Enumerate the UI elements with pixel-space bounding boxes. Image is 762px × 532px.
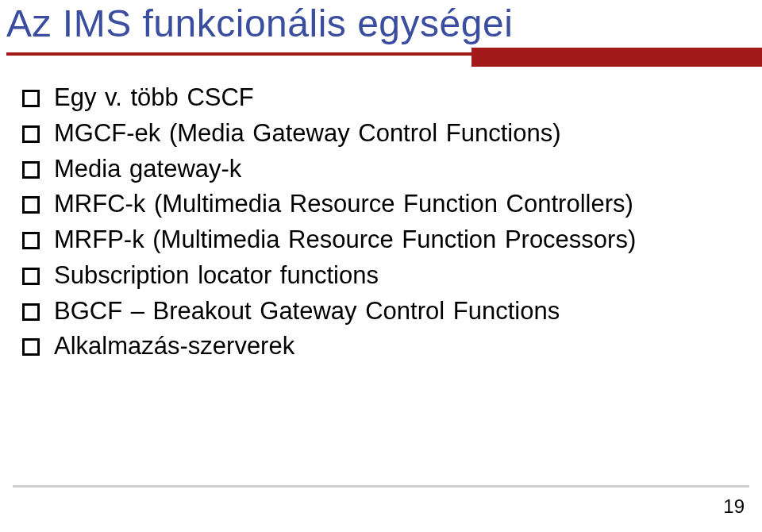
title-underline-thick [471, 48, 762, 67]
bullet-square-icon [22, 196, 40, 214]
title-underline-thin [6, 52, 471, 56]
list-item: BGCF – Breakout Gateway Control Function… [22, 296, 730, 327]
page-number: 19 [723, 495, 745, 518]
list-item-text: MRFC-k (Multimedia Resource Function Con… [54, 189, 633, 220]
footer-divider [13, 485, 749, 488]
slide: Az IMS funkcionális egységei Egy v. több… [0, 0, 762, 532]
list-item-text: Media gateway-k [54, 154, 241, 185]
list-item-text: MGCF-ek (Media Gateway Control Functions… [54, 118, 561, 149]
list-item-text: MRFP-k (Multimedia Resource Function Pro… [54, 225, 636, 256]
list-item-text: Subscription locator functions [54, 260, 379, 291]
bullet-square-icon [22, 90, 40, 107]
slide-title: Az IMS funkcionális egységei [6, 0, 746, 50]
list-item: MRFC-k (Multimedia Resource Function Con… [22, 189, 730, 220]
list-item-text: BGCF – Breakout Gateway Control Function… [54, 296, 560, 327]
bullet-square-icon [22, 338, 40, 356]
title-underline [6, 52, 762, 75]
list-item: MRFP-k (Multimedia Resource Function Pro… [22, 225, 730, 256]
list-item: Egy v. több CSCF [22, 83, 730, 114]
bullet-square-icon [22, 125, 40, 143]
list-item: MGCF-ek (Media Gateway Control Functions… [22, 118, 730, 149]
list-item-text: Alkalmazás-szerverek [54, 331, 294, 362]
bullet-square-icon [22, 303, 40, 321]
list-item: Media gateway-k [22, 154, 730, 185]
list-item-text: Egy v. több CSCF [54, 83, 254, 114]
title-area: Az IMS funkcionális egységei [6, 0, 746, 50]
bullet-square-icon [22, 268, 40, 285]
list-item: Subscription locator functions [22, 260, 730, 291]
list-item: Alkalmazás-szerverek [22, 331, 730, 362]
bullet-square-icon [22, 161, 40, 179]
bullet-list: Egy v. több CSCF MGCF-ek (Media Gateway … [22, 81, 730, 367]
bullet-square-icon [22, 232, 40, 249]
